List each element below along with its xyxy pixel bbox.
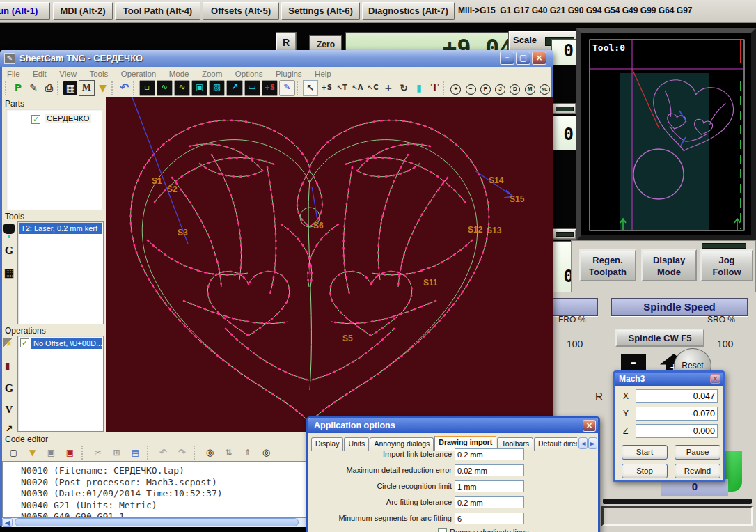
measure-icon[interactable]: ▮ <box>412 81 426 95</box>
text-tool-icon[interactable]: T <box>427 81 441 95</box>
code-save-as-icon[interactable]: ▣ <box>63 446 77 460</box>
tab-scroll-left[interactable]: ◄ <box>578 437 588 449</box>
code-copy-icon[interactable]: ⊞ <box>109 446 124 460</box>
menu-plugins[interactable]: Plugins <box>271 68 307 79</box>
drawing-canvas[interactable]: S1 S2 S3 S5 S6 S11 S12 S13 S14 S15 <box>106 97 553 432</box>
drill-operation-icon[interactable]: ▮ <box>5 361 10 370</box>
circle-recognition-field[interactable] <box>455 480 524 492</box>
tool-item-selected[interactable]: T2: Laser, 0.2 mm kerf <box>19 223 102 234</box>
code-cut-icon[interactable]: ✂ <box>90 446 105 460</box>
zoom-part-icon[interactable]: P <box>479 81 492 96</box>
code-find-icon[interactable]: ◎ <box>203 446 217 460</box>
tab-settings[interactable]: Settings (Alt-6) <box>281 2 360 20</box>
options-dialog-titlebar[interactable]: Application options × <box>308 418 598 433</box>
rotate-icon[interactable]: ↻ <box>397 81 411 95</box>
tab-default-directories[interactable]: Default directories <box>534 437 577 451</box>
inside-offset-icon[interactable]: ▣ <box>191 80 207 96</box>
select-contour-cursor-icon[interactable]: ↖C <box>366 81 380 95</box>
gcode-operation-icon[interactable]: G <box>3 383 15 394</box>
code-replace-icon[interactable]: ◎ <box>259 446 274 460</box>
menu-file[interactable]: File <box>2 68 25 79</box>
zoom-out-icon[interactable]: − <box>464 81 478 96</box>
machine-icon[interactable]: M <box>79 80 94 96</box>
drill-point-icon[interactable]: ↗ <box>226 80 242 96</box>
maximize-button[interactable]: ▢ <box>516 52 530 65</box>
options-close-button[interactable]: × <box>583 420 596 432</box>
zoom-in-icon[interactable]: + <box>449 81 462 96</box>
menu-tools[interactable]: Tools <box>84 68 113 79</box>
calculator-icon[interactable]: ▦ <box>63 81 77 95</box>
tab-run[interactable]: Run (Alt-1) <box>0 2 50 20</box>
menu-edit[interactable]: Edit <box>28 68 52 79</box>
plate-icon[interactable]: ▭ <box>244 80 260 96</box>
jog-follow-button[interactable]: Jog Follow <box>700 249 753 281</box>
zoom-drawing-icon[interactable]: D <box>508 81 521 96</box>
outside-offset-icon[interactable]: ▨ <box>209 80 225 96</box>
tab-mdi[interactable]: MDI (Alt-2) <box>53 2 113 20</box>
laser-tool-icon[interactable] <box>3 224 15 234</box>
code-new-icon[interactable]: ▢ <box>6 446 21 460</box>
max-detail-reduction-field[interactable] <box>455 464 524 476</box>
part-icon[interactable]: P <box>11 81 25 95</box>
tab-scroll-right[interactable]: ► <box>588 437 597 449</box>
zoom-machine-icon[interactable]: M <box>523 81 536 96</box>
import-drawing-icon[interactable]: ▫ <box>139 80 155 96</box>
move-operation-icon[interactable]: ↗ <box>3 423 15 435</box>
move-icon[interactable]: + <box>381 81 395 95</box>
vcut-operation-icon[interactable]: V <box>3 404 15 415</box>
operations-box[interactable]: ✓ No Offset, \U+00D... <box>17 336 104 432</box>
zoom-nc-icon[interactable]: NC <box>538 81 551 96</box>
menu-options[interactable]: Options <box>230 68 268 79</box>
menu-operation[interactable]: Operation <box>116 68 162 79</box>
scroll-left-button[interactable]: ◀ <box>2 518 13 527</box>
print-icon[interactable]: ⎙ <box>42 81 56 95</box>
mach3-dialog-close[interactable]: × <box>710 374 720 384</box>
pen-icon[interactable]: ✎ <box>279 80 295 96</box>
tab-cursor-icon[interactable]: ↖T <box>335 81 349 95</box>
undo-icon[interactable]: ↶ <box>118 81 132 95</box>
axis-y-field[interactable] <box>636 407 718 421</box>
close-button[interactable]: × <box>532 52 546 65</box>
axis-z-field[interactable] <box>636 424 718 438</box>
contour-path-icon[interactable]: ∿ <box>157 80 173 96</box>
scrollbar-thumb[interactable] <box>15 518 299 526</box>
code-find-prev-icon[interactable]: ⇑ <box>240 446 255 460</box>
code-find-next-icon[interactable]: ⇅ <box>221 446 236 460</box>
menu-view[interactable]: View <box>54 68 81 79</box>
code-open-icon[interactable]: ▼ <box>25 446 40 460</box>
tab-tool-path[interactable]: Tool Path (Alt-4) <box>115 2 200 20</box>
tab-offsets[interactable]: Offsets (Alt-5) <box>203 2 279 20</box>
contour-path2-icon[interactable]: ∿ <box>174 80 190 96</box>
import-link-tolerance-field[interactable] <box>455 448 524 460</box>
select-all-cursor-icon[interactable]: ↖A <box>350 81 364 95</box>
add-start-icon[interactable]: +S <box>262 80 278 96</box>
display-mode-button[interactable]: Display Mode <box>641 249 697 281</box>
zoom-job-icon[interactable]: J <box>494 81 507 96</box>
regen-toolpath-button[interactable]: Regen. Toolpath <box>579 249 636 281</box>
post-process-icon[interactable]: ▼ <box>96 81 110 95</box>
sheetcam-titlebar[interactable]: ✎ SheetCam TNG - СЕРДЕЧКО – ▢ × <box>0 50 553 67</box>
minimize-button[interactable]: – <box>500 52 514 65</box>
rewind-button[interactable]: Rewind <box>675 464 720 478</box>
remove-duplicate-lines-checkbox[interactable] <box>438 528 447 532</box>
axis-x-field[interactable] <box>636 389 718 403</box>
pause-button[interactable]: Pause <box>675 445 720 460</box>
edit-drawing-icon[interactable]: ✎ <box>26 81 40 95</box>
start-point-cursor-icon[interactable]: +S <box>320 81 333 95</box>
operation-checkbox[interactable]: ✓ <box>20 338 29 347</box>
spindle-cw-button[interactable]: Spindle CW F5 <box>615 329 704 347</box>
tab-diagnostics[interactable]: Diagnostics (Alt-7) <box>362 2 455 20</box>
toolpath-screen[interactable]: Tool:0 <box>576 28 756 240</box>
operation-item-selected[interactable]: No Offset, \U+00D... <box>31 338 102 349</box>
menu-help[interactable]: Help <box>310 68 336 79</box>
tools-box[interactable]: T2: Laser, 0.2 mm kerf <box>17 221 104 324</box>
parts-box[interactable]: ✓ СЕРДЕЧКО <box>6 109 102 210</box>
code-paste-icon[interactable]: ▤ <box>128 446 143 460</box>
mach3-dialog-titlebar[interactable]: Mach3 × <box>615 373 723 386</box>
part-checkbox[interactable]: ✓ <box>31 115 40 124</box>
gcode-tool-icon[interactable]: G <box>3 245 15 256</box>
menu-zoom[interactable]: Zoom <box>197 68 227 79</box>
code-undo-icon[interactable]: ↶ <box>156 446 171 460</box>
part-item-label[interactable]: СЕРДЕЧКО <box>45 114 91 123</box>
code-redo-icon[interactable]: ↷ <box>175 446 189 460</box>
